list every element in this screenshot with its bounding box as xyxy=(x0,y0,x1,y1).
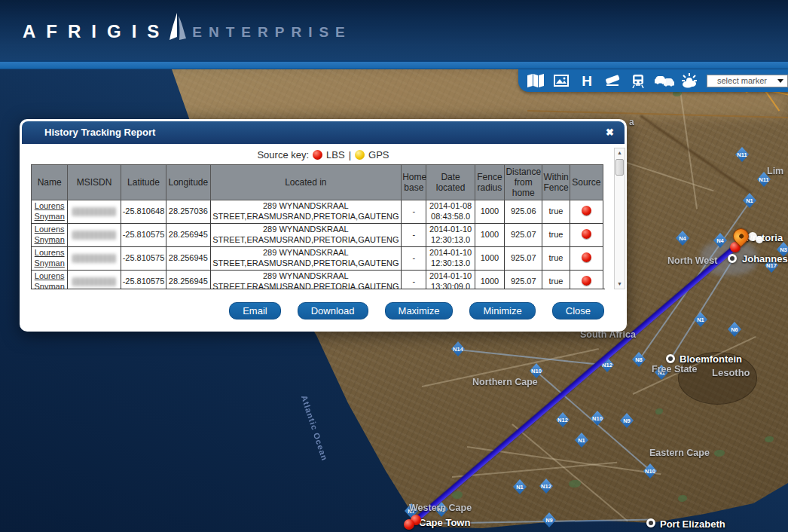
msisdn-redacted xyxy=(72,254,116,263)
weather-icon[interactable] xyxy=(677,71,702,90)
cell-source xyxy=(570,247,603,271)
table-row: Lourens Snyman -25.810575 28.256945 289 … xyxy=(32,271,603,290)
partial-label-limpopo: Lim xyxy=(767,166,783,176)
region-label-eastern-cape: Eastern Cape xyxy=(649,448,710,458)
msisdn-redacted xyxy=(72,231,116,240)
cell-name: Lourens Snyman xyxy=(32,200,68,224)
table-row: Lourens Snyman -25.810575 28.256945 289 … xyxy=(32,247,603,271)
cell-home-base: - xyxy=(402,247,426,271)
scroll-thumb[interactable] xyxy=(615,159,624,176)
app-window: AFRIGIS ENTERPRISE H xyxy=(0,0,788,532)
report-table: Name MSISDN Latitude Longitude Located i… xyxy=(31,164,603,289)
cell-home-base: - xyxy=(402,200,426,224)
dialog-buttons: Email Download Maximize Minimize Close xyxy=(229,302,604,320)
cell-fence-radius: 1000 xyxy=(475,224,504,247)
source-key-label: Source key: xyxy=(257,149,309,161)
traffic-icon[interactable] xyxy=(651,71,677,90)
minimize-button[interactable]: Minimize xyxy=(469,302,535,320)
cell-fence-radius: 1000 xyxy=(475,271,504,290)
bloemfontein-dot xyxy=(666,354,675,363)
cell-name: Lourens Snyman xyxy=(32,224,68,247)
cell-date-located: 2014-01-08 08:43:58.0 xyxy=(426,200,475,224)
cell-within-fence: true xyxy=(542,271,570,290)
scroll-down-icon[interactable]: ▼ xyxy=(617,280,622,289)
col-name: Name xyxy=(32,165,68,200)
col-longitude: Longitude xyxy=(166,165,210,200)
cell-latitude: -25.810648 xyxy=(121,200,166,224)
cell-located-in: 289 WYNANDSKRAAL STREET,ERASMUSRAND,PRET… xyxy=(210,271,402,290)
cell-source xyxy=(570,271,603,290)
cell-fence-radius: 1000 xyxy=(475,247,504,271)
eraser-icon[interactable] xyxy=(600,71,625,90)
lbs-marker-cape-town[interactable] xyxy=(404,519,414,530)
app-header: AFRIGIS ENTERPRISE xyxy=(0,0,788,60)
report-table-viewport[interactable]: Name MSISDN Latitude Longitude Located i… xyxy=(31,164,605,289)
lbs-source-icon xyxy=(582,252,591,262)
source-key-separator: | xyxy=(349,149,351,161)
col-within-fence: Within Fence xyxy=(542,165,570,200)
maximize-button[interactable]: Maximize xyxy=(385,302,454,320)
cell-located-in: 289 WYNANDSKRAAL STREET,ERASMUSRAND,PRET… xyxy=(210,247,402,271)
brand-secondary: ENTERPRISE xyxy=(192,24,351,41)
region-label-lesotho: Lesotho xyxy=(712,367,750,378)
dialog-scrollbar[interactable]: ▲ ▼ xyxy=(614,148,625,289)
download-button[interactable]: Download xyxy=(298,302,368,320)
col-distance-from-home: Distance from home xyxy=(505,165,542,200)
cell-name: Lourens Snyman xyxy=(32,247,68,271)
city-label-port-elizabeth: Port Elizabeth xyxy=(660,518,725,530)
cell-distance: 925.07 xyxy=(505,224,542,247)
scroll-up-icon[interactable]: ▲ xyxy=(617,148,622,157)
cell-fence-radius: 1000 xyxy=(475,200,504,224)
johannesburg-dot xyxy=(728,254,737,263)
city-label-johannesburg: Johannesburg xyxy=(742,253,788,264)
name-link[interactable]: Lourens Snyman xyxy=(34,225,64,244)
name-link[interactable]: Lourens Snyman xyxy=(34,201,64,221)
cell-date-located: 2014-01-10 13:30:09.0 xyxy=(426,271,475,290)
dialog-titlebar[interactable]: History Tracking Report ✖ xyxy=(22,121,625,144)
cell-distance: 925.07 xyxy=(505,271,542,290)
close-icon[interactable]: ✖ xyxy=(606,121,614,144)
cell-longitude: 28.256945 xyxy=(166,224,210,247)
col-located-in: Located in xyxy=(210,165,402,200)
region-label-northern-cape: Northern Cape xyxy=(472,377,538,387)
cell-latitude: -25.810575 xyxy=(121,271,166,290)
cell-date-located: 2014-01-10 12:30:13.0 xyxy=(426,224,475,247)
col-msisdn: MSISDN xyxy=(68,165,121,200)
sail-logo-icon xyxy=(166,11,189,47)
table-row: Lourens Snyman -25.810575 28.256945 289 … xyxy=(32,224,603,247)
cell-distance: 925.07 xyxy=(505,247,542,271)
cell-source xyxy=(570,200,603,224)
cell-latitude: -25.810575 xyxy=(121,224,166,247)
marker-select[interactable]: select marker xyxy=(707,75,788,87)
gps-dot-icon xyxy=(355,150,365,160)
cell-msisdn xyxy=(68,200,121,224)
cell-home-base: - xyxy=(402,271,426,290)
cell-date-located: 2014-01-10 12:30:13.0 xyxy=(426,247,475,271)
cell-longitude: 28.256945 xyxy=(166,271,210,290)
name-link[interactable]: Lourens Snyman xyxy=(34,271,64,289)
lbs-label: LBS xyxy=(326,149,345,161)
gps-label: GPS xyxy=(368,149,389,161)
map-layers-icon[interactable] xyxy=(523,71,548,90)
region-label-free-state: Free State xyxy=(652,364,697,375)
dialog-title: History Tracking Report xyxy=(22,121,625,144)
history-tracking-report-dialog: History Tracking Report ✖ Source key: LB… xyxy=(20,119,627,332)
marker-select-value: select marker xyxy=(707,76,767,85)
cell-within-fence: true xyxy=(542,200,570,224)
image-icon[interactable] xyxy=(548,71,574,90)
cell-located-in: 289 WYNANDSKRAAL STREET,ERASMUSRAND,PRET… xyxy=(210,224,402,247)
table-row: Lourens Snyman -25.810648 28.257036 289 … xyxy=(32,200,603,224)
name-link[interactable]: Lourens Snyman xyxy=(34,248,64,268)
close-button[interactable]: Close xyxy=(552,302,604,320)
partial-label: a xyxy=(629,117,634,127)
brand-primary: AFRIGIS xyxy=(23,21,170,42)
email-button[interactable]: Email xyxy=(229,302,281,320)
marker-cluster[interactable] xyxy=(756,236,763,243)
train-icon[interactable] xyxy=(625,71,651,90)
table-header-row: Name MSISDN Latitude Longitude Located i… xyxy=(32,165,603,200)
hospital-icon[interactable]: H xyxy=(574,71,600,90)
cell-latitude: -25.810575 xyxy=(121,247,166,271)
map-toolbar: H select marker xyxy=(518,69,788,92)
lbs-source-icon xyxy=(582,229,591,239)
msisdn-redacted xyxy=(72,207,116,216)
